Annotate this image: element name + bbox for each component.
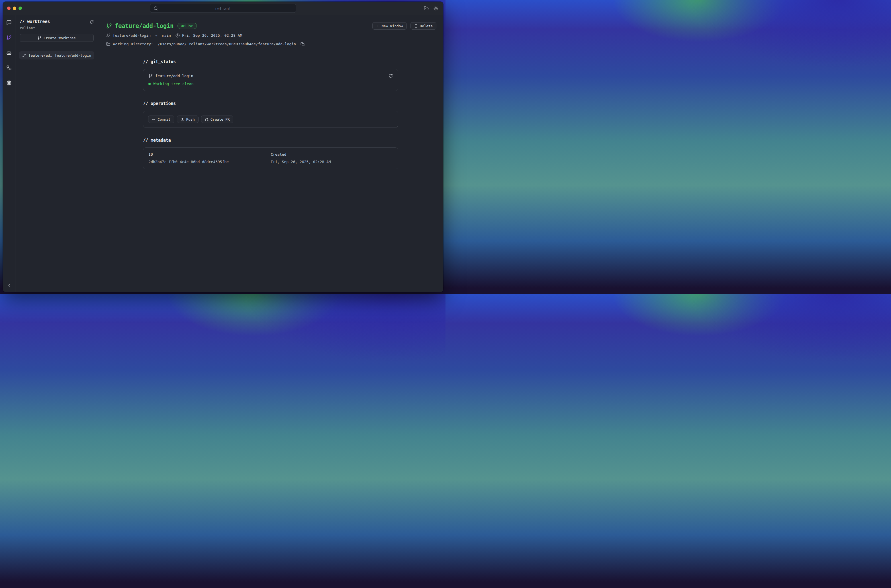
refresh-icon xyxy=(90,20,94,24)
close-window-button[interactable] xyxy=(7,6,11,10)
operations-card: Commit Push Create PR xyxy=(143,111,398,128)
git-branch-icon xyxy=(6,35,12,40)
create-worktree-button[interactable]: Create Worktree xyxy=(20,34,94,42)
git-branch-icon xyxy=(22,54,26,57)
delete-label: Delete xyxy=(420,24,433,28)
refresh-worktrees-button[interactable] xyxy=(90,20,94,24)
sidebar-heading: // worktrees xyxy=(20,19,50,24)
chat-icon xyxy=(6,20,12,26)
bot-icon xyxy=(6,50,12,56)
page-title: feature/add-login xyxy=(115,22,173,29)
worktree-name: feature/add-login xyxy=(55,53,91,57)
sidebar-header: // worktrees reliant Create Worktree xyxy=(15,15,98,47)
titlebar-actions xyxy=(424,6,438,11)
working-directory-row: Working Directory: /Users/nunoo/.reliant… xyxy=(106,42,436,46)
git-status-card: feature/add-login Working tree clean xyxy=(143,69,398,91)
theme-toggle-sun-icon[interactable] xyxy=(433,6,438,11)
refresh-status-button[interactable] xyxy=(388,74,393,78)
worktrees-sidebar: // worktrees reliant Create Worktree fea… xyxy=(15,15,98,292)
traffic-lights xyxy=(7,6,22,10)
base-branch-name: main xyxy=(162,33,171,38)
collapse-sidebar-button[interactable] xyxy=(7,283,11,289)
project-name: reliant xyxy=(20,26,94,30)
branch-name: feature/add-login xyxy=(113,33,151,38)
worktree-header: feature/add-login active New Window Dele… xyxy=(98,15,443,52)
metadata-id-cell: ID 2db2b47c-ffb0-4c4e-86bd-d8dce4395fbe xyxy=(148,152,271,164)
icon-rail xyxy=(3,15,15,292)
id-value: 2db2b47c-ffb0-4c4e-86bd-d8dce4395fbe xyxy=(148,160,271,164)
zoom-window-button[interactable] xyxy=(18,6,22,10)
open-folder-icon[interactable] xyxy=(424,6,429,11)
worktree-list-item[interactable]: feature/ad… feature/add-login xyxy=(19,51,94,60)
git-commit-icon xyxy=(152,117,155,121)
copy-icon xyxy=(301,42,304,46)
folder-open-icon xyxy=(106,42,110,46)
commit-label: Commit xyxy=(158,117,170,122)
trash-icon xyxy=(414,24,418,28)
rail-item-settings[interactable] xyxy=(6,80,12,87)
rail-item-workflows[interactable] xyxy=(6,65,12,72)
app-window: // worktrees reliant Create Worktree fea… xyxy=(3,2,443,292)
copy-path-button[interactable] xyxy=(301,42,304,46)
rail-item-worktrees[interactable] xyxy=(6,35,12,42)
branch-meta-row: feature/add-login → main Fri, Sep 26, 20… xyxy=(106,33,436,38)
git-branch-icon xyxy=(106,23,112,29)
working-directory-path: /Users/nunoo/.reliant/worktrees/00e933a0… xyxy=(158,42,296,46)
chevron-left-icon xyxy=(7,283,11,288)
operations-heading: // operations xyxy=(143,101,398,106)
git-branch-icon xyxy=(106,33,110,38)
gear-icon xyxy=(6,80,12,86)
worktree-branch-truncated: feature/ad… xyxy=(29,53,52,57)
new-window-button[interactable]: New Window xyxy=(372,22,407,30)
create-pr-label: Create PR xyxy=(211,117,230,122)
created-label: Created xyxy=(271,152,393,156)
id-label: ID xyxy=(148,152,271,156)
git-branch-icon xyxy=(38,36,41,40)
minimize-window-button[interactable] xyxy=(13,6,16,10)
clock-icon xyxy=(176,33,180,38)
clean-status-dot xyxy=(148,83,151,85)
main-panel: feature/add-login active New Window Dele… xyxy=(98,15,443,292)
delete-button[interactable]: Delete xyxy=(411,22,436,30)
create-pr-button[interactable]: Create PR xyxy=(201,116,233,123)
created-datetime: Fri, Sep 26, 2025, 02:28 AM xyxy=(182,33,242,38)
search-icon xyxy=(154,6,158,10)
metadata-heading: // metadata xyxy=(143,138,398,143)
git-pull-request-icon xyxy=(205,117,209,121)
commit-button[interactable]: Commit xyxy=(148,116,174,123)
global-search[interactable] xyxy=(150,4,296,13)
upload-icon xyxy=(181,117,184,121)
refresh-icon xyxy=(388,74,393,78)
search-input[interactable] xyxy=(150,4,296,12)
plus-icon xyxy=(376,24,380,28)
new-window-label: New Window xyxy=(382,24,403,28)
git-status-text: Working tree clean xyxy=(153,82,193,86)
titlebar xyxy=(3,2,443,15)
git-branch-icon xyxy=(148,74,153,78)
rail-item-chat[interactable] xyxy=(6,20,12,27)
git-status-heading: // git_status xyxy=(143,59,398,64)
workflow-icon xyxy=(6,65,12,70)
arrow-right-glyph: → xyxy=(155,33,158,38)
create-worktree-label: Create Worktree xyxy=(44,36,76,40)
metadata-created-cell: Created Fri, Sep 26, 2025, 02:28 AM xyxy=(271,152,393,164)
working-directory-label: Working Directory: xyxy=(113,42,153,46)
status-badge: active xyxy=(178,23,197,29)
main-content: // git_status feature/add-login Working … xyxy=(98,52,443,292)
git-status-branch: feature/add-login xyxy=(155,74,193,78)
push-label: Push xyxy=(186,117,195,122)
worktree-list: feature/ad… feature/add-login xyxy=(15,47,98,63)
rail-item-agents[interactable] xyxy=(6,50,12,57)
push-button[interactable]: Push xyxy=(177,116,199,123)
metadata-card: ID 2db2b47c-ffb0-4c4e-86bd-d8dce4395fbe … xyxy=(143,147,398,170)
created-value: Fri, Sep 26, 2025, 02:28 AM xyxy=(271,160,393,164)
